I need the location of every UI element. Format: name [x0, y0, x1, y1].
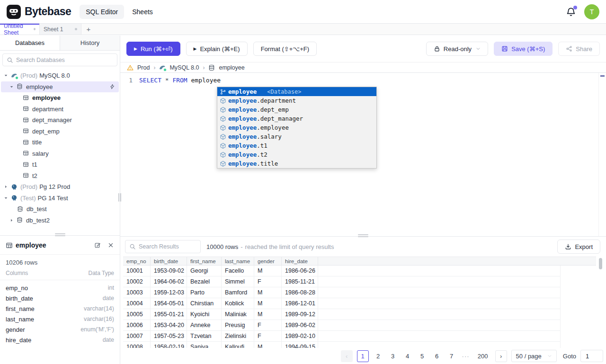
tree-item-table-dept-manager[interactable]: dept_manager [0, 115, 120, 126]
tree-item-table-dept-emp[interactable]: dept_emp [0, 126, 120, 137]
table-cell[interactable]: Anneke [187, 320, 222, 330]
tree-item-table-salary[interactable]: salary [0, 148, 120, 160]
table-cell[interactable]: Koblick [222, 298, 254, 309]
table-cell[interactable]: Bamford [222, 287, 254, 298]
table-cell[interactable]: F [254, 276, 282, 287]
table-cell[interactable]: M [254, 287, 282, 298]
bytebase-logo[interactable]: Bytebase [7, 5, 71, 19]
table-cell[interactable]: Bezalel [187, 276, 222, 287]
table-cell[interactable]: 1989-02-10 [282, 331, 318, 341]
export-button[interactable]: Export [557, 240, 600, 254]
tree-item-table-department[interactable]: department [0, 104, 120, 115]
chevron-down-icon[interactable] [4, 73, 8, 78]
table-cell[interactable]: Chirstian [187, 298, 222, 309]
suggest-item[interactable]: employee.dept_manager [217, 114, 376, 123]
editor-minimap[interactable] [598, 73, 606, 236]
read-only-dropdown[interactable]: Read-only [426, 42, 488, 56]
table-cell[interactable]: 1953-04-20 [151, 320, 187, 330]
table-cell[interactable]: 1957-05-23 [151, 331, 187, 341]
edit-icon[interactable] [94, 242, 101, 249]
table-cell[interactable]: M [254, 309, 282, 320]
notification-bell-icon[interactable] [566, 7, 576, 17]
column-header[interactable]: birth_date [151, 257, 187, 265]
page-6[interactable]: 6 [432, 353, 442, 360]
goto-page-input[interactable] [580, 350, 603, 362]
tab-untitled-sheet[interactable]: Untitled Sheet [0, 24, 40, 35]
chevron-down-icon[interactable] [4, 196, 8, 200]
table-cell[interactable]: 1986-06-26 [282, 266, 318, 276]
column-header[interactable]: last_name [222, 257, 254, 265]
save-button[interactable]: Save (⌘+S) [494, 42, 553, 56]
table-cell[interactable]: 1989-06-02 [282, 320, 318, 330]
table-cell[interactable]: 10001 [123, 266, 151, 276]
table-cell[interactable]: 10002 [123, 276, 151, 287]
tree-item-database-db-test2[interactable]: db_test2 [0, 215, 120, 226]
table-cell[interactable]: Tzvetan [187, 331, 222, 341]
avatar[interactable]: T [584, 4, 599, 19]
page-4[interactable]: 4 [402, 353, 413, 360]
close-icon[interactable] [107, 242, 114, 249]
chevron-down-icon[interactable] [9, 85, 14, 89]
next-page-button[interactable]: › [495, 350, 507, 362]
suggest-item[interactable]: employee.t2 [217, 150, 376, 159]
tab-databases[interactable]: Databases [0, 36, 60, 50]
add-sheet-button[interactable]: + [81, 24, 96, 35]
table-cell[interactable]: 1986-08-28 [282, 287, 318, 298]
format-button[interactable]: Format (⇧+⌥+F) [253, 42, 317, 56]
results-resize-handle[interactable] [358, 234, 368, 237]
tab-history[interactable]: History [60, 36, 120, 50]
column-header[interactable]: emp_no [123, 257, 151, 265]
tree-item-instance-mysql[interactable]: (Prod) MySQL 8.0 [0, 70, 120, 81]
tree-item-instance-pg14[interactable]: (Test) PG 14 Test [0, 193, 120, 204]
tree-item-table-t1[interactable]: t1 [0, 159, 120, 170]
column-header[interactable]: gender [254, 257, 282, 265]
breadcrumb-env[interactable]: Prod [137, 64, 150, 71]
table-cell[interactable]: 1955-01-21 [151, 309, 187, 320]
table-cell[interactable]: M [254, 298, 282, 309]
table-row[interactable]: 10002 1964-06-02 Bezalel Simmel F 1985-1… [123, 276, 561, 287]
suggest-item-selected[interactable]: employee <Database> [217, 87, 376, 96]
table-cell[interactable]: Maliniak [222, 309, 254, 320]
connect-bolt-icon[interactable] [109, 84, 115, 89]
column-header[interactable]: first_name [187, 257, 222, 265]
suggest-item[interactable]: employee.title [217, 159, 376, 168]
suggest-item[interactable]: employee.employee [217, 123, 376, 132]
column-header[interactable]: hire_date [282, 257, 318, 265]
database-search-box[interactable] [2, 53, 117, 66]
tree-item-table-title[interactable]: title [0, 137, 120, 148]
table-cell[interactable]: 1959-12-03 [151, 287, 187, 298]
explain-button[interactable]: ▶ Explain (⌘+E) [186, 42, 248, 56]
table-cell[interactable]: Kyoichi [187, 309, 222, 320]
suggest-item[interactable]: employee.salary [217, 132, 376, 141]
nav-sql-editor[interactable]: SQL Editor [80, 5, 124, 19]
page-7[interactable]: 7 [446, 353, 457, 360]
table-row[interactable]: 10003 1959-12-03 Parto Bamford M 1986-08… [123, 287, 561, 298]
table-cell[interactable]: 1989-09-12 [282, 309, 318, 320]
table-cell[interactable]: 10006 [123, 320, 151, 330]
sidebar-resize-handle[interactable] [118, 193, 121, 202]
share-button[interactable]: Share [558, 42, 600, 56]
table-row[interactable]: 10004 1954-05-01 Chirstian Koblick M 198… [123, 298, 561, 309]
tree-item-database-db-test[interactable]: db_test [0, 204, 120, 215]
table-row[interactable]: 10001 1953-09-02 Georgi Facello M 1986-0… [123, 266, 561, 276]
chevron-right-icon[interactable] [9, 218, 14, 222]
page-200[interactable]: 200 [475, 353, 491, 360]
table-cell[interactable]: Facello [222, 266, 254, 276]
nav-sheets[interactable]: Sheets [126, 5, 159, 19]
suggest-item[interactable]: employee.dept_emp [217, 105, 376, 114]
table-cell[interactable]: 1954-05-01 [151, 298, 187, 309]
table-row[interactable]: 10006 1953-04-20 Anneke Preusig F 1989-0… [123, 320, 561, 331]
table-cell[interactable]: 1964-06-02 [151, 276, 187, 287]
table-row[interactable]: 10007 1957-05-23 Tzvetan Zielinski F 198… [123, 331, 561, 342]
table-cell[interactable]: 10007 [123, 331, 151, 341]
table-cell[interactable]: Zielinski [222, 331, 254, 341]
table-cell[interactable]: Georgi [187, 266, 222, 276]
tree-item-table-employee[interactable]: employee [0, 92, 120, 104]
table-scrollbar[interactable] [599, 258, 602, 269]
table-cell[interactable]: 10005 [123, 309, 151, 320]
table-cell[interactable]: 10003 [123, 287, 151, 298]
search-databases-input[interactable] [16, 57, 113, 63]
prev-page-button[interactable]: ‹ [341, 350, 353, 362]
page-1-current[interactable]: 1 [357, 350, 369, 362]
table-cell[interactable]: Simmel [222, 276, 254, 287]
